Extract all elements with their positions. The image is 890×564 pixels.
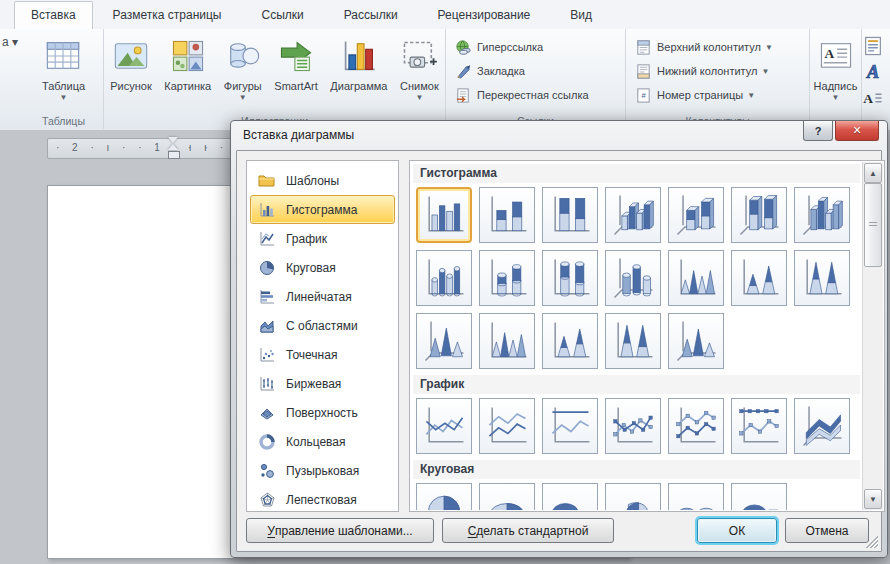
textbox-button[interactable]: AНадпись▼ [811,33,861,104]
chart-category-пузырьковая[interactable]: Пузырьковая [250,456,395,485]
gallery-scrollbar[interactable]: ▲ ▼ [862,162,883,510]
footer-button[interactable]: Нижний колонтитул▼ [634,59,773,83]
chart-thumbnail-column-3d[interactable] [794,187,850,243]
set-default-button[interactable]: Сделать стандартной [442,518,614,543]
scrollbar-thumb[interactable] [864,183,882,267]
chart-thumbnail-stacked-cone-100[interactable] [794,250,850,306]
ribbon-group-Иллюстрации: РисунокКартинкаФигуры▼SmartArtДиаграммаС… [104,29,446,129]
chart-category-с областями[interactable]: С областями [250,311,395,340]
chart-thumbnail-clustered-column[interactable] [416,187,472,243]
chart-category-поверхность[interactable]: Поверхность [250,398,395,427]
chart-thumbnail-cylinder-3d[interactable] [605,250,661,306]
scroll-up-icon[interactable]: ▲ [864,163,882,183]
chart-thumbnail-clustered-cylinder[interactable] [416,250,472,306]
pie-chart-icon [257,260,277,276]
help-button[interactable]: ? [803,121,833,141]
manage-templates-button[interactable]: Управление шаблонами... [246,518,434,543]
wordart-icon[interactable]: А [862,59,890,85]
chart-thumbnail-line[interactable] [416,398,472,454]
ribbon-tab-bar: ВставкаРазметка страницыСсылкиРассылкиРе… [0,0,890,29]
chart-thumbnail-stacked-line[interactable] [479,398,535,454]
area-chart-icon [257,318,277,334]
button-label: Верхний колонтитул [657,41,761,53]
ribbon-tab-3[interactable]: Ссылки [247,2,317,29]
chart-thumbnail-stacked-line-100-with-markers[interactable] [731,398,787,454]
chart-thumbnail-pie[interactable] [416,483,472,510]
chart-category-гистограмма[interactable]: Гистограмма [250,195,395,224]
chart-thumbnail-pyramid-3d[interactable] [668,313,724,369]
templates-folder-icon [257,173,277,189]
header-button[interactable]: Верхний колонтитул▼ [634,35,773,59]
table-button[interactable]: Таблица▼ [39,33,88,104]
ribbon-tab-5[interactable]: Рецензирование [424,2,545,29]
indent-marker[interactable] [168,137,179,163]
screenshot-button[interactable]: Снимок▼ [397,33,442,104]
ribbon-tab-1[interactable]: Вставка [14,1,93,30]
chart-category-лепестковая[interactable]: Лепестковая [250,485,395,514]
gallery-section-label: Гистограмма [413,164,860,183]
chart-category-точечная[interactable]: Точечная [250,340,395,369]
chart-category-шаблоны[interactable]: Шаблоны [250,166,395,195]
chart-thumbnail-stacked-cone[interactable] [731,250,787,306]
chart-category-кольцевая[interactable]: Кольцевая [250,427,395,456]
dialog-title: Вставка диаграммы [243,128,354,142]
chart-thumbnail-line-with-markers[interactable] [605,398,661,454]
chart-thumbnail-stacked-column-100[interactable] [542,187,598,243]
hyperlink-button[interactable]: Гиперссылка [454,35,589,59]
chart-thumbnail-pie-3d[interactable] [479,483,535,510]
partial-left-button[interactable]: a ▾ [2,35,18,49]
clipart-button[interactable]: Картинка [161,33,214,94]
chart-thumbnail-clustered-column-3d[interactable] [605,187,661,243]
resize-grip[interactable] [866,536,878,548]
chart-thumbnail-clustered-cone[interactable] [668,250,724,306]
line-chart-icon [257,231,277,247]
dialog-body: ШаблоныГистограммаГрафикКруговаяЛинейчат… [236,150,882,552]
chart-thumbnail-stacked-pyramid-100[interactable] [605,313,661,369]
chart-thumbnail-bar-of-pie[interactable] [731,483,787,510]
chart-thumbnail-clustered-pyramid[interactable] [479,313,535,369]
shapes-button[interactable]: Фигуры▼ [221,33,265,104]
chart-category-линейчатая[interactable]: Линейчатая [250,282,395,311]
ribbon-tab-6[interactable]: Вид [556,2,606,29]
left-indent-icon[interactable] [168,151,180,159]
chart-category-график[interactable]: График [250,224,395,253]
hanging-indent-icon[interactable] [168,144,178,150]
cancel-button[interactable]: Отмена [785,518,869,543]
bubble-chart-icon [257,463,277,479]
chart-button[interactable]: Диаграмма [327,33,390,94]
screenshot-icon [400,35,438,77]
chevron-down-icon: ▼ [765,43,773,52]
quick-parts-icon[interactable] [862,33,890,59]
smartart-button[interactable]: SmartArt [271,33,320,94]
first-line-indent-icon[interactable] [168,137,178,143]
page-number-button[interactable]: #Номер страницы▼ [634,83,773,107]
picture-button[interactable]: Рисунок [107,33,155,94]
drop-cap-icon[interactable]: A [862,85,890,111]
bookmark-button[interactable]: Закладка [454,59,589,83]
chart-thumbnail-line-3d[interactable] [794,398,850,454]
chart-thumbnail-cone-3d[interactable] [416,313,472,369]
chart-thumbnail-exploded-pie[interactable] [605,483,661,510]
chart-thumbnail-stacked-line-with-markers[interactable] [668,398,724,454]
chart-thumbnail-stacked-column-3d[interactable] [668,187,724,243]
cross-reference-button[interactable]: Перекрестная ссылка [454,83,589,107]
ribbon-group-Ссылки: ГиперссылкаЗакладкаПерекрестная ссылкаСс… [446,29,626,129]
ribbon-tab-4[interactable]: Рассылки [330,2,412,29]
chart-category-круговая[interactable]: Круговая [250,253,395,282]
chart-thumbnail-stacked-pyramid[interactable] [542,313,598,369]
chart-thumbnail-stacked-cylinder[interactable] [479,250,535,306]
scroll-down-icon[interactable]: ▼ [864,489,882,509]
chart-thumbnail-pie-of-pie[interactable] [542,483,598,510]
button-label: Надпись [814,80,858,92]
button-label: Номер страницы [657,89,743,101]
ok-button[interactable]: ОК [697,518,777,543]
chart-thumbnail-stacked-column-100-3d[interactable] [731,187,787,243]
close-icon[interactable]: ✕ [835,121,879,141]
chart-category-биржевая[interactable]: Биржевая [250,369,395,398]
chart-thumbnail-stacked-line-100[interactable] [542,398,598,454]
category-label: Точечная [286,348,337,362]
chart-thumbnail-stacked-column[interactable] [479,187,535,243]
chart-thumbnail-exploded-pie-3d[interactable] [668,483,724,510]
ribbon-tab-2[interactable]: Разметка страницы [99,2,236,29]
chart-thumbnail-stacked-cylinder-100[interactable] [542,250,598,306]
